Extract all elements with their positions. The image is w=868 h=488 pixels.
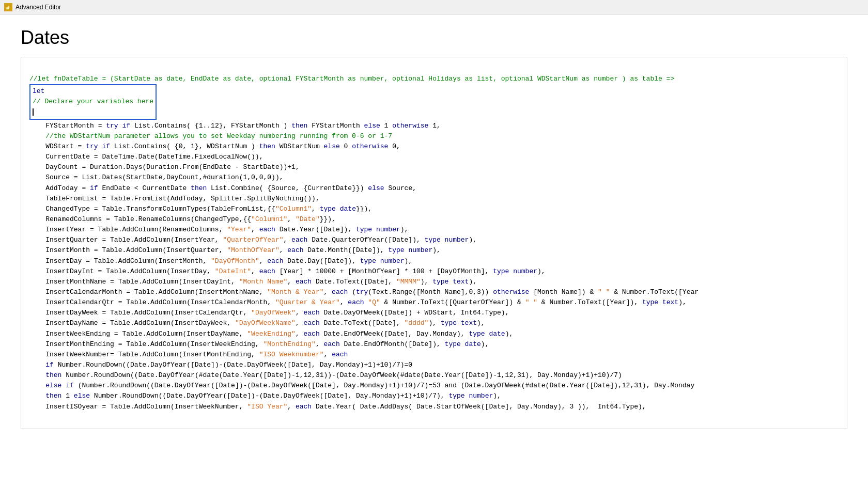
- selected-code-block[interactable]: let // Declare your variables here: [29, 84, 157, 119]
- title-bar: ai Advanced Editor: [0, 0, 868, 14]
- comment-header: //let fnDateTable = (StartDate as date, …: [29, 75, 674, 83]
- page-title: Dates: [0, 14, 868, 57]
- editor-container: //let fnDateTable = (StartDate as date, …: [21, 57, 847, 429]
- code-editor[interactable]: //let fnDateTable = (StartDate as date, …: [21, 57, 847, 429]
- app-icon: ai: [4, 3, 12, 11]
- window-title: Advanced Editor: [16, 4, 61, 11]
- svg-text:ai: ai: [6, 5, 10, 10]
